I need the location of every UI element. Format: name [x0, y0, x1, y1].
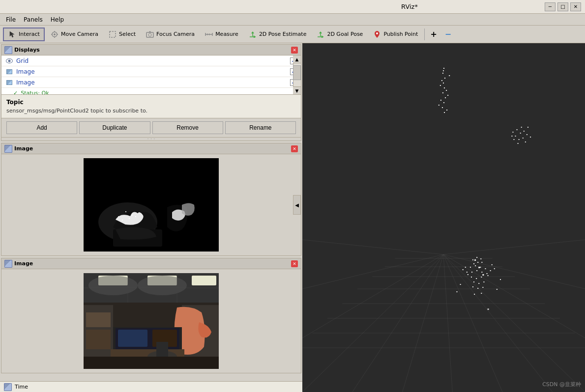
svg-rect-111	[530, 137, 531, 138]
restore-button[interactable]: □	[557, 2, 568, 11]
toolbar: Interact Move Camera Select Focus Camera…	[0, 26, 585, 43]
right-panel: CSDN @韭菜种	[302, 43, 585, 392]
svg-rect-129	[490, 270, 491, 271]
time-panel-title: Time	[15, 384, 28, 390]
goal-pose-button[interactable]: 2D Goal Pose	[312, 28, 367, 41]
display-row-image1[interactable]: Image ✓	[1, 66, 301, 77]
menu-file[interactable]: File	[2, 15, 20, 24]
select-button[interactable]: Select	[104, 28, 140, 41]
watermark: CSDN @韭菜种	[542, 381, 581, 388]
svg-rect-134	[473, 281, 474, 282]
focus-camera-button[interactable]: Focus Camera	[141, 28, 199, 41]
move-camera-icon	[50, 30, 59, 39]
svg-rect-82	[443, 83, 444, 84]
grid-display-name: Grid	[16, 57, 287, 64]
minimize-button[interactable]: −	[545, 2, 556, 11]
status-row: ✓ Status: Ok	[1, 88, 301, 95]
svg-rect-144	[474, 294, 475, 295]
image-panel-1-close[interactable]: ✕	[291, 145, 298, 152]
svg-rect-136	[483, 281, 484, 282]
topic-description: sensor_msgs/msg/PointCloud2 topic to sub…	[6, 108, 296, 114]
svg-rect-133	[481, 277, 482, 278]
time-panel-icon	[4, 383, 12, 391]
displays-panel-icon	[4, 46, 12, 54]
rename-button[interactable]: Rename	[225, 121, 296, 134]
focus-camera-icon	[146, 30, 154, 39]
svg-rect-26	[118, 216, 119, 217]
collapse-arrow-1[interactable]: ◀	[293, 195, 301, 215]
pose-estimate-button[interactable]: 2D Pose Estimate	[244, 28, 311, 41]
resize-handle[interactable]: · · ·	[1, 138, 301, 140]
scroll-up-button[interactable]: ▲	[293, 56, 301, 63]
measure-button[interactable]: Measure	[200, 28, 243, 41]
checkmark-icon: ✓	[13, 90, 18, 95]
minus-icon: −	[445, 29, 451, 39]
svg-rect-38	[192, 276, 216, 285]
image-panel-2-close[interactable]: ✕	[291, 260, 298, 267]
svg-rect-30	[122, 220, 123, 221]
svg-rect-56	[84, 357, 219, 369]
close-button[interactable]: ✕	[570, 2, 581, 11]
scroll-thumb[interactable]	[293, 65, 301, 80]
remove-button[interactable]: Remove	[152, 121, 223, 134]
svg-rect-95	[447, 95, 448, 96]
svg-rect-117	[473, 263, 474, 264]
svg-rect-126	[487, 273, 488, 274]
3d-viewport-svg	[302, 43, 585, 392]
menu-help[interactable]: Help	[47, 15, 68, 24]
menu-panels[interactable]: Panels	[20, 15, 47, 24]
svg-rect-80	[442, 73, 443, 74]
displays-panel: Displays ✕ Grid ✓ Image	[1, 44, 301, 141]
svg-rect-135	[478, 283, 479, 284]
goal-pose-icon	[316, 30, 325, 39]
move-camera-button[interactable]: Move Camera	[46, 28, 103, 41]
svg-rect-122	[485, 268, 486, 269]
buttons-row: Add Duplicate Remove Rename	[1, 118, 301, 138]
svg-rect-140	[468, 274, 468, 275]
duplicate-button[interactable]: Duplicate	[79, 121, 150, 134]
add-display-button[interactable]: +	[427, 28, 440, 41]
select-icon	[108, 30, 117, 39]
svg-rect-123	[471, 272, 472, 273]
svg-point-1	[54, 33, 56, 35]
svg-rect-86	[443, 102, 444, 103]
svg-rect-92	[440, 100, 441, 101]
remove-display-button[interactable]: −	[441, 28, 455, 41]
toolbar-separator	[424, 28, 425, 40]
display-row-grid[interactable]: Grid ✓	[1, 56, 301, 66]
scroll-down-button[interactable]: ▼	[293, 86, 301, 94]
svg-rect-87	[442, 107, 443, 108]
svg-rect-152	[456, 291, 457, 292]
image2-display-name: Image	[16, 79, 287, 86]
viewport-3d[interactable]: CSDN @韭菜种	[302, 43, 585, 392]
eye-icon	[6, 58, 13, 63]
svg-point-9	[148, 33, 151, 36]
svg-rect-84	[442, 92, 443, 93]
svg-rect-108	[525, 141, 526, 142]
image-panel-2-header: Image ✕	[1, 258, 301, 269]
image2-display-icon	[5, 79, 13, 86]
displays-scrollbar[interactable]: ▲ ▼	[293, 56, 301, 94]
svg-rect-47	[86, 312, 111, 327]
svg-rect-147	[478, 267, 480, 268]
displays-close-button[interactable]: ✕	[291, 47, 298, 54]
image-icon-2	[6, 80, 12, 85]
publish-point-button[interactable]: Publish Point	[368, 28, 422, 41]
svg-rect-88	[444, 112, 445, 113]
svg-rect-79	[443, 68, 444, 69]
svg-rect-113	[472, 259, 473, 260]
displays-list[interactable]: Grid ✓ Image ✓ Image ✓	[1, 56, 301, 95]
svg-rect-149	[497, 289, 497, 290]
add-button[interactable]: Add	[6, 121, 77, 134]
svg-rect-151	[500, 279, 501, 280]
cursor-icon	[8, 30, 17, 39]
svg-rect-109	[518, 143, 519, 144]
image-panel-2-icon	[4, 260, 12, 268]
topic-info: Topic sensor_msgs/msg/PointCloud2 topic …	[1, 95, 301, 118]
image-icon	[6, 69, 12, 74]
svg-rect-116	[477, 262, 478, 263]
display-row-image2[interactable]: Image ✓	[1, 77, 301, 88]
svg-rect-100	[524, 131, 525, 132]
svg-rect-112	[511, 136, 512, 137]
interact-button[interactable]: Interact	[3, 28, 45, 41]
